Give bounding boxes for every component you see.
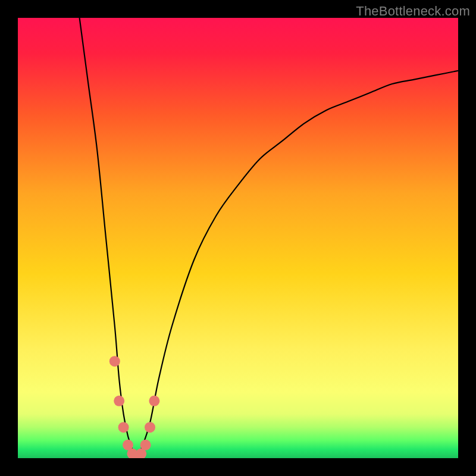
marker-point <box>118 422 129 433</box>
marker-point <box>140 440 151 450</box>
marker-point <box>145 422 155 433</box>
marker-point <box>149 396 159 406</box>
watermark-text: TheBottleneck.com <box>356 4 470 19</box>
marker-point <box>114 396 124 406</box>
plot-area <box>18 18 458 458</box>
chart-frame: TheBottleneck.com <box>0 0 476 476</box>
bottleneck-chart <box>18 18 458 458</box>
marker-point <box>109 356 120 367</box>
